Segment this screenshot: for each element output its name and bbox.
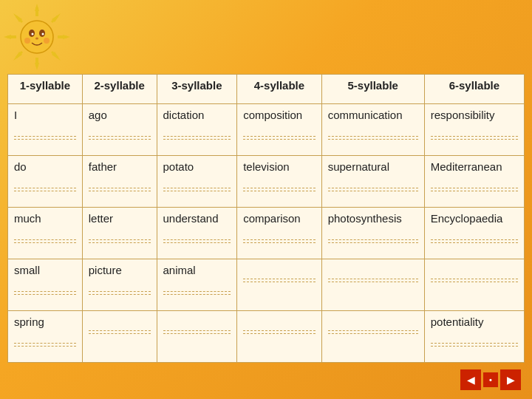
cell-r1-c2: potato [157, 156, 237, 208]
writing-lines [431, 239, 518, 243]
table-container: 1-syllable 2-syllable 3-syllable 4-sylla… [7, 74, 525, 362]
cell-r2-c3: comparison [237, 208, 322, 259]
writing-lines [89, 330, 151, 334]
cell-r3-c3 [237, 259, 322, 311]
cell-r0-c2: dictation [157, 104, 237, 156]
writing-lines [243, 239, 316, 243]
col-header-3: 3-syllable [157, 75, 237, 104]
writing-lines [243, 279, 316, 282]
cell-word: dictation [163, 109, 231, 121]
writing-lines [163, 188, 231, 191]
cell-r4-c5: potentiality [424, 311, 524, 363]
cell-word: potato [163, 160, 231, 173]
cell-r2-c2: understand [157, 208, 237, 259]
writing-lines [163, 291, 231, 295]
cell-word: spring [14, 316, 76, 328]
writing-lines [243, 330, 316, 334]
writing-lines [163, 136, 231, 140]
svg-point-20 [42, 33, 44, 35]
cell-word: communication [328, 109, 418, 121]
cell-word: Mediterranean [431, 160, 518, 173]
cell-r4-c3 [237, 311, 322, 363]
table-row: smallpictureanimal [8, 259, 525, 311]
cell-word: photosynthesis [328, 212, 418, 225]
cell-r0-c4: communication [321, 104, 424, 156]
next-button[interactable]: ▶ [500, 369, 521, 390]
cell-word: composition [243, 109, 316, 121]
svg-point-16 [21, 21, 53, 53]
cell-r0-c0: I [8, 104, 83, 156]
table-row: Iagodictationcompositioncommunicationres… [8, 104, 525, 156]
writing-lines [89, 239, 151, 243]
cell-word: letter [89, 212, 151, 225]
cell-r1-c1: father [82, 156, 157, 208]
cell-word: animal [163, 264, 231, 276]
cell-word: potentiality [431, 316, 518, 328]
writing-lines [243, 188, 316, 191]
cell-r0-c1: ago [82, 104, 157, 156]
col-header-1: 1-syllable [8, 75, 83, 104]
writing-lines [243, 136, 316, 140]
cell-r0-c5: responsibility [424, 104, 524, 156]
cell-r2-c4: photosynthesis [321, 208, 424, 259]
cell-word: father [89, 160, 151, 173]
svg-point-23 [44, 38, 50, 44]
cell-word: comparison [243, 212, 316, 225]
cell-r2-c1: letter [82, 208, 157, 259]
cell-r3-c5 [424, 259, 524, 311]
table-row: muchletterunderstandcomparisonphotosynth… [8, 208, 525, 259]
writing-lines [14, 188, 76, 191]
cell-word: television [243, 160, 316, 173]
table-header-row: 1-syllable 2-syllable 3-syllable 4-sylla… [8, 75, 525, 104]
cell-r1-c5: Mediterranean [424, 156, 524, 208]
writing-lines [328, 279, 418, 282]
syllable-table: 1-syllable 2-syllable 3-syllable 4-sylla… [7, 74, 525, 363]
cell-r3-c4 [321, 259, 424, 311]
table-row: dofatherpotatotelevisionsupernaturalMedi… [8, 156, 525, 208]
cell-word: small [14, 264, 76, 276]
cell-r2-c0: much [8, 208, 83, 259]
cell-r3-c2: animal [157, 259, 237, 311]
writing-lines [431, 136, 518, 140]
cell-word: much [14, 212, 76, 225]
cell-word: do [14, 160, 76, 173]
cell-word: understand [163, 212, 231, 225]
cell-r2-c5: Encyclopaedia [424, 208, 524, 259]
cell-word: I [14, 109, 76, 121]
writing-lines [14, 291, 76, 295]
cell-r3-c0: small [8, 259, 83, 311]
writing-lines [328, 330, 418, 334]
writing-lines [431, 343, 518, 347]
cell-r1-c4: supernatural [321, 156, 424, 208]
writing-lines [14, 136, 76, 140]
prev-button[interactable]: ◀ [460, 369, 481, 390]
cell-word: responsibility [431, 109, 518, 121]
writing-lines [328, 188, 418, 191]
writing-lines [14, 343, 76, 347]
writing-lines [431, 279, 518, 282]
page-indicator: • [483, 372, 498, 387]
cell-r4-c1 [82, 311, 157, 363]
writing-lines [163, 239, 231, 243]
cell-r1-c0: do [8, 156, 83, 208]
writing-lines [328, 136, 418, 140]
svg-marker-8 [35, 4, 39, 11]
table-row: springpotentiality [8, 311, 525, 363]
cell-r4-c4 [321, 311, 424, 363]
col-header-6: 6-syllable [424, 75, 524, 104]
writing-lines [89, 188, 151, 191]
cell-word: Encyclopaedia [431, 212, 518, 225]
navigation-buttons: ◀ • ▶ [460, 369, 521, 390]
cell-r0-c3: composition [237, 104, 322, 156]
svg-marker-11 [63, 35, 70, 39]
col-header-5: 5-syllable [321, 75, 424, 104]
svg-marker-9 [35, 63, 39, 70]
cell-word: picture [89, 264, 151, 276]
cell-r3-c1: picture [82, 259, 157, 311]
svg-marker-10 [4, 35, 11, 39]
writing-lines [163, 330, 231, 334]
cell-r1-c3: television [237, 156, 322, 208]
col-header-2: 2-syllable [82, 75, 157, 104]
svg-point-19 [32, 33, 34, 35]
writing-lines [14, 239, 76, 243]
